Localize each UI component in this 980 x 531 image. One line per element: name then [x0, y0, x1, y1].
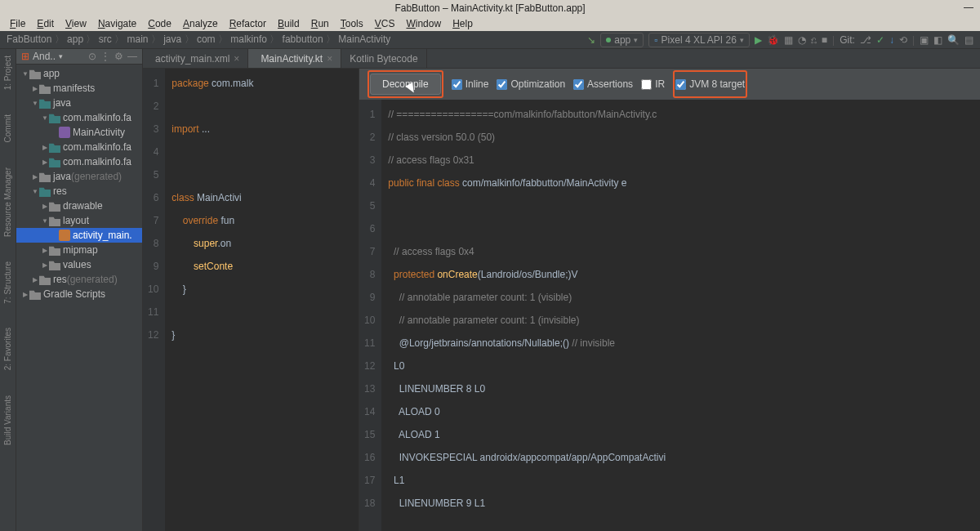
profile-icon[interactable]: ◔: [798, 34, 806, 46]
opt-assertions[interactable]: Assertions: [573, 73, 633, 96]
menu-navigate[interactable]: Navigate: [93, 18, 141, 29]
kotlin-editor[interactable]: 123456789101112 package com.malkimport .…: [143, 69, 359, 531]
tree-node[interactable]: ▼app: [16, 66, 142, 81]
search-icon[interactable]: 🔍: [947, 34, 960, 46]
tree-node[interactable]: ▼layout: [16, 213, 142, 228]
debug-icon[interactable]: 🐞: [767, 34, 779, 46]
tool-tab[interactable]: Build Variants: [3, 395, 12, 445]
opt-ir[interactable]: IR: [641, 73, 665, 96]
breadcrumb-item[interactable]: src: [99, 33, 112, 45]
git-history-icon[interactable]: ⟲: [899, 34, 907, 46]
opt-jvm-8-target[interactable]: JVM 8 target: [675, 73, 745, 96]
tool-tab[interactable]: 1: Project: [3, 56, 12, 90]
breadcrumb-item[interactable]: com: [197, 33, 216, 45]
breadcrumb-item[interactable]: fabbutton: [283, 33, 323, 45]
git-label: Git:: [840, 34, 855, 46]
tool-tab[interactable]: 2: Favorites: [3, 328, 12, 370]
tab-mainactivity[interactable]: MainActivity.kt×: [248, 49, 341, 68]
opt-inline[interactable]: Inline: [452, 73, 489, 96]
git-branch-icon[interactable]: ⎇: [860, 34, 871, 46]
tool-window-strip: 1: ProjectCommitResource Manager7: Struc…: [0, 49, 16, 531]
tree-node[interactable]: ▶java (generated): [16, 169, 142, 184]
tree-node[interactable]: ▶mipmap: [16, 243, 142, 257]
menu-code[interactable]: Code: [143, 18, 176, 29]
bytecode-editor[interactable]: 123456789101112131415161718 // =========…: [359, 100, 980, 531]
git-commit-icon[interactable]: ✓: [876, 34, 884, 46]
tree-node[interactable]: ▼com.malkinfo.fa: [16, 110, 142, 125]
breadcrumb-item[interactable]: malkinfo: [230, 33, 267, 45]
bytecode-toolbar: Decompile InlineOptimizationAssertionsIR…: [359, 69, 980, 100]
project-sidebar: ⊞And..▾ ⊙⋮⚙— ▼app▶manifests▼java▼com.mal…: [16, 49, 143, 531]
minimize-icon[interactable]: —: [964, 2, 973, 13]
device-select[interactable]: ▫Pixel 4 XL API 26▾: [648, 33, 750, 47]
sync-icon[interactable]: ↘: [587, 34, 595, 46]
decompile-button[interactable]: Decompile: [370, 74, 441, 95]
tool-tab[interactable]: 7: Structure: [3, 261, 12, 304]
run-config[interactable]: app▾: [600, 33, 644, 47]
run-icon[interactable]: ▶: [755, 34, 762, 46]
menu-bar: FileEditViewNavigateCodeAnalyzeRefactorB…: [0, 16, 980, 31]
menu-vcs[interactable]: VCS: [370, 18, 400, 29]
breadcrumb: FabButton 〉 app 〉 src 〉 main 〉 java 〉 co…: [0, 31, 980, 49]
editor-tabs: activity_main.xml× MainActivity.kt× Kotl…: [143, 49, 980, 69]
window-title: FabButton – MainActivity.kt [FabButton.a…: [394, 2, 585, 14]
tree-node[interactable]: ▶drawable: [16, 199, 142, 213]
sdk-icon[interactable]: ◧: [933, 34, 942, 46]
breadcrumb-item[interactable]: app: [67, 33, 83, 45]
bytecode-panel: Decompile InlineOptimizationAssertionsIR…: [359, 69, 980, 531]
window-titlebar: FabButton – MainActivity.kt [FabButton.a…: [0, 0, 980, 16]
project-view-tab[interactable]: ⊞And..▾ ⊙⋮⚙—: [16, 49, 142, 65]
tab-layout[interactable]: activity_main.xml×: [143, 49, 248, 68]
tree-node[interactable]: ▶manifests: [16, 81, 142, 96]
tree-node[interactable]: ▼res: [16, 184, 142, 199]
git-update-icon[interactable]: ↓: [889, 34, 894, 46]
breadcrumb-item[interactable]: main: [127, 33, 148, 45]
breadcrumb-item[interactable]: FabButton: [7, 33, 51, 45]
coverage-icon[interactable]: ▦: [784, 34, 793, 46]
breadcrumb-item[interactable]: java: [163, 33, 181, 45]
menu-build[interactable]: Build: [273, 18, 305, 29]
tree-node[interactable]: ▶com.malkinfo.fa: [16, 140, 142, 154]
collapse-icon[interactable]: ⊙: [88, 51, 96, 62]
menu-analyze[interactable]: Analyze: [178, 18, 223, 29]
tree-node[interactable]: ▶com.malkinfo.fa: [16, 154, 142, 169]
settings-icon[interactable]: ▤: [964, 34, 973, 46]
menu-edit[interactable]: Edit: [32, 18, 59, 29]
tool-tab[interactable]: Commit: [3, 114, 12, 142]
tree-node[interactable]: ▼java: [16, 96, 142, 110]
avd-icon[interactable]: ▣: [920, 34, 929, 46]
attach-icon[interactable]: ⎌: [811, 34, 817, 46]
tool-tab[interactable]: Resource Manager: [3, 167, 12, 237]
tree-node[interactable]: ▶Gradle Scripts: [16, 287, 142, 301]
menu-run[interactable]: Run: [306, 18, 334, 29]
menu-view[interactable]: View: [60, 18, 91, 29]
menu-tools[interactable]: Tools: [336, 18, 368, 29]
menu-window[interactable]: Window: [401, 18, 446, 29]
tree-node[interactable]: ▶res (generated): [16, 272, 142, 287]
tree-node[interactable]: activity_main.: [16, 228, 142, 243]
menu-help[interactable]: Help: [448, 18, 478, 29]
breadcrumb-item[interactable]: MainActivity: [338, 33, 390, 45]
tab-bytecode[interactable]: Kotlin Bytecode: [341, 49, 426, 68]
stop-icon[interactable]: ■: [822, 34, 827, 46]
menu-refactor[interactable]: Refactor: [225, 18, 271, 29]
opt-optimization[interactable]: Optimization: [497, 73, 565, 96]
tree-node[interactable]: ▶values: [16, 257, 142, 272]
tree-node[interactable]: MainActivity: [16, 125, 142, 140]
menu-file[interactable]: File: [5, 18, 30, 29]
